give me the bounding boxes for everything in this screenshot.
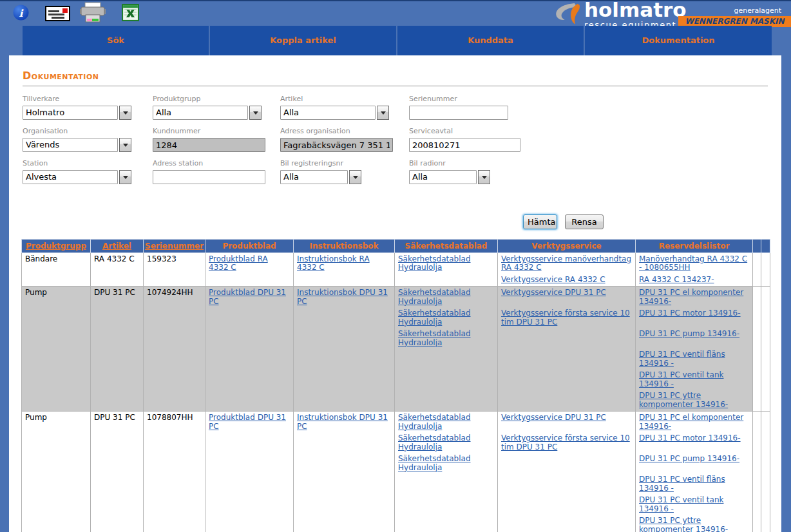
holmatro-logo-icon — [554, 1, 584, 28]
link-sakerhetsdatablad[interactable]: Säkerhetsdatablad Hydraulolja — [398, 433, 471, 451]
chevron-down-icon[interactable] — [478, 170, 490, 184]
link-sakerhetsdatablad[interactable]: Säkerhetsdatablad Hydraulolja — [398, 329, 471, 347]
serienummer-field[interactable] — [409, 106, 508, 120]
chevron-down-icon[interactable] — [249, 106, 262, 120]
link-reservdelslistor[interactable]: DPU 31 PC yttre kompomenter 134916- — [639, 516, 728, 532]
bil-registreringsnr-select[interactable]: Alla — [280, 170, 361, 184]
cell-extra2 — [761, 253, 770, 287]
mail-icon[interactable] — [45, 6, 70, 24]
cell-produktblad: Produktblad RA 4332 C — [205, 253, 294, 287]
link-verktygsservice[interactable]: Verktygsservice första service 10 tim DP… — [501, 433, 630, 451]
link-reservdelslistor[interactable]: DPU 31 PC pump 134916- — [639, 329, 739, 338]
link-reservdelslistor[interactable]: DPU 31 PC el komponenter 134916- — [639, 288, 743, 305]
link-reservdelslistor[interactable]: DPU 31 PC motor 134916- — [639, 309, 741, 318]
artikel-select[interactable]: Alla — [280, 106, 389, 120]
cell-reservdelslistor: DPU 31 PC el komponenter 134916-DPU 31 P… — [636, 412, 753, 532]
link-produktblad[interactable]: Produktblad DPU 31 PC — [209, 413, 286, 430]
chevron-down-icon[interactable] — [377, 106, 389, 120]
cell-extra1 — [753, 412, 761, 532]
cell-produktgrupp: Pump — [22, 412, 91, 532]
link-reservdelslistor[interactable]: DPU 31 PC ventil fläns 134916 - — [639, 475, 725, 492]
link-verktygsservice[interactable]: Verktygsservice DPU 31 PC — [501, 413, 606, 422]
cell-sakerhetsdatablad: Säkerhetsdatablad HydrauloljaSäkerhetsda… — [395, 412, 498, 532]
link-verktygsservice[interactable]: Verktygsservice DPU 31 PC — [501, 288, 606, 297]
link-reservdelslistor[interactable]: DPU 31 PC ventil fläns 134916 - — [639, 350, 725, 367]
tillverkare-label: Tillverkare — [23, 95, 59, 103]
cell-extra2 — [761, 287, 770, 412]
sort-link-artikel[interactable]: Artikel — [102, 242, 131, 251]
produktgrupp-select[interactable]: Alla — [153, 106, 262, 120]
cell-verktygsservice: Verktygsservice DPU 31 PCVerktygsservice… — [498, 287, 636, 412]
kundnummer-label: Kundnummer — [153, 127, 200, 135]
link-sakerhetsdatablad[interactable]: Säkerhetsdatablad Hydraulolja — [398, 254, 471, 272]
tillverkare-select[interactable]: Holmatro — [23, 106, 131, 120]
link-reservdelslistor[interactable]: DPU 31 PC motor 134916- — [639, 433, 741, 442]
info-icon[interactable]: i — [13, 5, 29, 23]
cell-serienummer: 1074924HH — [144, 287, 205, 412]
bil-radionr-label: Bil radionr — [409, 159, 446, 167]
cell-instruktionsbok: Instruktionsbok RA 4332 C — [294, 253, 395, 287]
link-sakerhetsdatablad[interactable]: Säkerhetsdatablad Hydraulolja — [398, 454, 471, 471]
link-instruktionsbok[interactable]: Instruktionsbok DPU 31 PC — [297, 288, 388, 305]
table-row: BändareRA 4332 C159323Produktblad RA 433… — [22, 253, 770, 287]
col-header-instruktionsbok: Instruktionsbok — [294, 240, 395, 253]
link-reservdelslistor[interactable]: DPU 31 PC el komponenter 134916- — [639, 413, 743, 430]
cell-reservdelslistor: Manöverhandtag RA 4332 C - 1080655HHRA 4… — [636, 253, 753, 287]
table-row: PumpDPU 31 PC1078807HHProduktblad DPU 31… — [22, 412, 770, 532]
link-reservdelslistor[interactable]: DPU 31 PC pump 134916- — [639, 454, 739, 463]
page-title: Dokumentation — [23, 70, 99, 82]
chevron-down-icon[interactable] — [119, 106, 131, 120]
station-select[interactable]: Alvesta — [23, 170, 131, 184]
link-produktblad[interactable]: Produktblad DPU 31 PC — [209, 288, 286, 305]
cell-extra2 — [761, 412, 770, 532]
cell-produktblad: Produktblad DPU 31 PC — [205, 412, 294, 532]
link-reservdelslistor[interactable]: DPU 31 PC yttre kompomenter 134916- — [639, 391, 728, 408]
cell-serienummer: 159323 — [144, 253, 205, 287]
link-reservdelslistor[interactable]: RA 4332 C 134237- — [639, 275, 714, 284]
station-value: Alvesta — [23, 170, 118, 184]
tab-kunddata[interactable]: Kunddata — [397, 26, 584, 55]
sort-link-produktgrupp[interactable]: Produktgrupp — [26, 242, 86, 251]
link-verktygsservice[interactable]: Verktygsservice RA 4332 C — [501, 275, 605, 284]
link-sakerhetsdatablad[interactable]: Säkerhetsdatablad Hydraulolja — [398, 413, 471, 430]
link-produktblad[interactable]: Produktblad RA 4332 C — [209, 254, 268, 272]
tab-sok[interactable]: Sök — [23, 26, 209, 55]
cell-artikel: DPU 31 PC — [91, 287, 144, 412]
bil-radionr-select[interactable]: Alla — [409, 170, 490, 184]
chevron-down-icon[interactable] — [349, 170, 361, 184]
link-instruktionsbok[interactable]: Instruktionsbok RA 4332 C — [297, 254, 370, 272]
serviceavtal-field[interactable] — [409, 138, 520, 152]
organisation-select[interactable]: Värends — [23, 138, 131, 152]
excel-export-icon[interactable] — [122, 4, 139, 24]
documents-table: ProduktgruppArtikelSerienummerProduktbla… — [21, 239, 770, 532]
col-header-artikel[interactable]: Artikel — [91, 240, 144, 253]
link-reservdelslistor[interactable]: DPU 31 PC ventil tank 134916 - — [639, 370, 723, 388]
tab-koppla-artikel[interactable]: Koppla artikel — [210, 26, 396, 55]
table-row: PumpDPU 31 PC1074924HHProduktblad DPU 31… — [22, 287, 770, 412]
adress-station-label: Adress station — [153, 159, 203, 167]
cell-reservdelslistor: DPU 31 PC el komponenter 134916-DPU 31 P… — [636, 287, 753, 412]
title-divider — [23, 86, 768, 86]
tab-dokumentation[interactable]: Dokumentation — [585, 26, 772, 55]
link-sakerhetsdatablad[interactable]: Säkerhetsdatablad Hydraulolja — [398, 309, 471, 326]
link-verktygsservice[interactable]: Verktygsservice första service 10 tim DP… — [501, 309, 630, 326]
bil-radionr-value: Alla — [409, 170, 477, 184]
adress-station-field[interactable] — [153, 170, 265, 184]
adress-organisation-label: Adress organisation — [280, 127, 350, 135]
link-verktygsservice[interactable]: Verktygsservice manöverhandtag RA 4332 C — [501, 254, 631, 272]
col-header-serienummer[interactable]: Serienummer — [144, 240, 205, 253]
clear-button[interactable]: Rensa — [565, 214, 604, 229]
link-reservdelslistor[interactable]: DPU 31 PC ventil tank 134916 - — [639, 495, 723, 513]
link-instruktionsbok[interactable]: Instruktionsbok DPU 31 PC — [297, 413, 388, 430]
chevron-down-icon[interactable] — [119, 138, 131, 152]
link-sakerhetsdatablad[interactable]: Säkerhetsdatablad Hydraulolja — [398, 288, 471, 305]
fetch-button[interactable]: Hämta — [523, 214, 557, 229]
col-header-produktgrupp[interactable]: Produktgrupp — [22, 240, 91, 253]
link-reservdelslistor[interactable]: Manöverhandtag RA 4332 C - 1080655HH — [639, 254, 747, 272]
produktgrupp-value: Alla — [153, 106, 248, 120]
table-header-row: ProduktgruppArtikelSerienummerProduktbla… — [22, 240, 770, 253]
print-icon[interactable] — [79, 2, 106, 26]
col-header-verktygsservice: Verktygsservice — [498, 240, 636, 253]
chevron-down-icon[interactable] — [119, 170, 131, 184]
sort-link-serienummer[interactable]: Serienummer — [145, 242, 204, 251]
